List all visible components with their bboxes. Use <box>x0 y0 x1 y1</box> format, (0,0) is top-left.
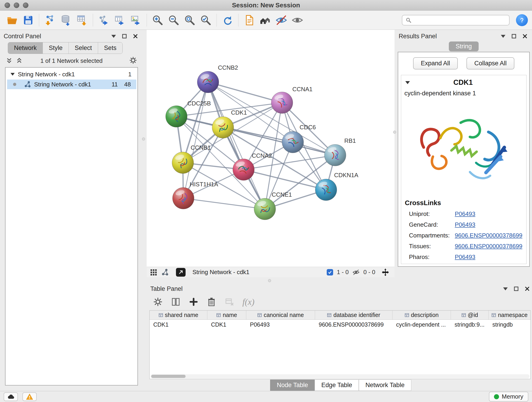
tab-network-table[interactable]: Network Table <box>359 380 411 391</box>
table-row[interactable]: CDK1CDK1P064939606.ENSP00000378699cyclin… <box>150 320 530 329</box>
left-splitter[interactable] <box>140 30 147 391</box>
column-header-canonical-name[interactable]: canonical name <box>246 311 315 319</box>
close-panel-icon[interactable] <box>525 286 530 291</box>
float-panel-icon[interactable] <box>514 286 519 291</box>
table-options-gear-icon[interactable] <box>153 297 163 307</box>
network-edge-cdk1-rb1[interactable] <box>223 128 335 155</box>
splitter-handle[interactable] <box>142 138 145 140</box>
panel-menu-icon[interactable] <box>501 35 505 40</box>
import-network-file-button[interactable] <box>42 12 58 28</box>
search-input[interactable] <box>414 17 506 24</box>
horizontal-splitter[interactable] <box>147 277 532 284</box>
export-table-button[interactable] <box>112 12 128 28</box>
table-cell[interactable]: cyclin-dependent ... <box>393 321 451 328</box>
panel-menu-icon[interactable] <box>111 35 116 40</box>
column-header-shared-name[interactable]: shared name <box>150 311 207 319</box>
right-splitter-handle[interactable] <box>393 131 396 134</box>
collapse-all-icon[interactable] <box>6 57 12 64</box>
close-panel-icon[interactable] <box>522 34 527 39</box>
horizontal-scrollbar[interactable] <box>151 374 530 378</box>
tab-edge-table[interactable]: Edge Table <box>315 380 359 391</box>
show-hide-graphics-button[interactable] <box>289 12 305 28</box>
function-builder-button[interactable]: f(x) <box>242 297 254 307</box>
minimize-window-button[interactable] <box>14 2 19 8</box>
selected-checkbox-icon[interactable] <box>327 269 333 275</box>
network-node-cdkn1a[interactable]: CDKN1A <box>315 172 358 201</box>
network-node-cdk1[interactable]: CDK1 <box>212 109 247 138</box>
expand-all-icon[interactable] <box>16 57 22 64</box>
collapse-protein-icon[interactable] <box>405 81 410 86</box>
panel-menu-icon[interactable] <box>503 287 508 293</box>
save-session-button[interactable] <box>20 12 36 28</box>
pan-move-icon[interactable] <box>379 268 389 276</box>
tab-node-table[interactable]: Node Table <box>270 380 315 391</box>
crosslink-value-link[interactable]: 9606.ENSP00000378699 <box>455 232 522 239</box>
network-node-cdc6[interactable]: CDC6 <box>282 124 316 153</box>
network-options-gear-icon[interactable] <box>129 56 137 65</box>
cloud-button[interactable] <box>4 392 18 401</box>
help-button[interactable] <box>516 14 528 26</box>
warnings-button[interactable] <box>22 392 37 401</box>
float-panel-icon[interactable] <box>122 34 127 39</box>
crosslink-value-link[interactable]: P06493 <box>455 254 475 261</box>
delete-column-icon[interactable] <box>207 297 216 307</box>
memory-button[interactable]: Memory <box>489 392 528 402</box>
network-node-rb1[interactable]: RB1 <box>324 137 356 166</box>
network-share-icon[interactable] <box>161 269 169 276</box>
crosslink-value-link[interactable]: P06493 <box>455 211 475 217</box>
table-cell[interactable]: 9606.ENSP00000378699 <box>315 321 393 328</box>
zoom-fit-button[interactable] <box>182 12 198 28</box>
export-image-button[interactable] <box>128 12 144 28</box>
collapse-all-button[interactable]: Collapse All <box>467 57 514 70</box>
network-node-ccne1[interactable]: CCNE1 <box>254 191 292 220</box>
document-button[interactable] <box>241 12 257 28</box>
network-canvas[interactable]: CCNB2CCNA1CDC25BCDK1CDC6RB1CCNB1CCNA2CDK… <box>147 30 394 267</box>
home-button[interactable] <box>257 12 273 28</box>
column-header-name[interactable]: name <box>207 311 246 319</box>
tab-style[interactable]: Style <box>43 42 69 54</box>
table-cell[interactable]: CDK1 <box>207 321 246 328</box>
grid-view-icon[interactable] <box>150 269 157 276</box>
zoom-window-button[interactable] <box>23 2 28 8</box>
import-network-database-button[interactable] <box>58 12 74 28</box>
zoom-in-button[interactable] <box>150 12 166 28</box>
table-cell[interactable]: P06493 <box>246 321 315 328</box>
add-column-icon[interactable] <box>189 297 198 307</box>
splitter-handle[interactable] <box>268 279 271 282</box>
export-network-button[interactable] <box>96 12 112 28</box>
tab-sets[interactable]: Sets <box>98 42 122 54</box>
expand-all-button[interactable]: Expand All <box>413 57 458 70</box>
network-node-ccna1[interactable]: CCNA1 <box>271 86 312 114</box>
zoom-selected-button[interactable] <box>198 12 214 28</box>
network-collection-row[interactable]: String Network - cdk1 1 <box>6 70 138 79</box>
open-session-button[interactable] <box>4 12 20 28</box>
tab-select[interactable]: Select <box>69 42 98 54</box>
open-external-button[interactable] <box>176 268 186 277</box>
column-header--id[interactable]: @id <box>451 311 489 319</box>
network-node-hist1h1a[interactable]: HIST1H1A <box>172 181 218 209</box>
import-table-button[interactable] <box>74 12 90 28</box>
table-cell[interactable]: CDK1 <box>150 321 207 328</box>
collection-expand-icon[interactable] <box>11 73 15 78</box>
network-row-selected[interactable]: String Network - cdk1 11 48 <box>7 80 136 89</box>
zoom-out-button[interactable] <box>166 12 182 28</box>
table-cell[interactable]: stringdb:9... <box>451 321 489 328</box>
graphics-details-button[interactable] <box>273 12 289 28</box>
tab-network[interactable]: Network <box>8 42 43 54</box>
network-edge-ccnb2-ccne1[interactable] <box>208 82 265 209</box>
float-panel-icon[interactable] <box>511 34 516 39</box>
refresh-button[interactable] <box>220 12 235 28</box>
crosslink-value-link[interactable]: P06493 <box>455 221 475 228</box>
show-columns-icon[interactable] <box>171 297 181 307</box>
network-edge-hist1h1a-ccne1[interactable] <box>183 198 265 209</box>
close-window-button[interactable] <box>5 2 10 8</box>
crosslink-value-link[interactable]: 9606.ENSP00000378699 <box>455 243 522 250</box>
close-panel-icon[interactable] <box>133 34 138 39</box>
column-header-namespace[interactable]: namespace <box>489 311 530 319</box>
network-edge-ccnb2-ccna1[interactable] <box>208 82 282 103</box>
column-header-database-identifier[interactable]: database identifier <box>315 311 393 319</box>
tab-string[interactable]: String <box>449 41 479 51</box>
scrollbar-thumb[interactable] <box>151 375 186 378</box>
column-header-description[interactable]: description <box>393 311 451 319</box>
table-cell[interactable]: stringdb <box>489 321 530 328</box>
